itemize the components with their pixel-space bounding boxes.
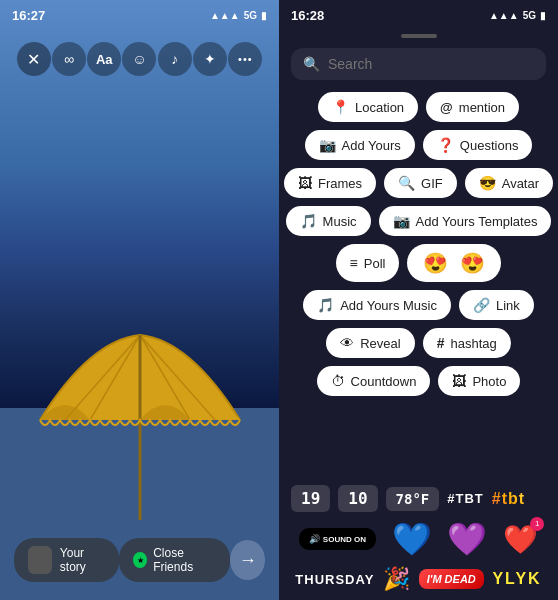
gif-label: GIF (421, 176, 443, 191)
add-yours-sticker[interactable]: 📷 Add Yours (305, 130, 415, 160)
signal-bars-right: ▲▲▲ (489, 10, 519, 21)
location-icon: 📍 (332, 99, 349, 115)
sticker-row-7: 👁 Reveal # hashtag (291, 328, 546, 358)
tbt-colored-sticker[interactable]: #tbt (492, 490, 525, 508)
number-19-sticker[interactable]: 19 (291, 485, 330, 512)
search-bar[interactable]: 🔍 (291, 48, 546, 80)
sparkle-button[interactable]: ✦ (193, 42, 227, 76)
close-friends-button[interactable]: ★ Close Friends (119, 538, 230, 582)
poll-icon: ≡ (350, 255, 358, 271)
questions-icon: ❓ (437, 137, 454, 153)
frames-label: Frames (318, 176, 362, 191)
story-label: Your story (60, 546, 106, 574)
emoji-slider-sticker[interactable]: 😍 😍 (407, 244, 501, 282)
sound-on-sticker[interactable]: 🔊 SOUND ON (299, 528, 376, 550)
sticker-row-3: 🖼 Frames 🔍 GIF 😎 Avatar (291, 168, 546, 198)
music-sticker[interactable]: 🎵 Music (286, 206, 371, 236)
blue-heart-sticker[interactable]: 💙 (392, 520, 432, 558)
mention-sticker[interactable]: @ mention (426, 92, 519, 122)
photo-sticker[interactable]: 🖼 Photo (438, 366, 520, 396)
link-sticker[interactable]: 🔗 Link (459, 290, 534, 320)
questions-label: Questions (460, 138, 519, 153)
purple-heart-sticker[interactable]: 💜 (447, 520, 487, 558)
sound-icon: 🔊 (309, 534, 320, 544)
signal-icons-right: ▲▲▲ 5G ▮ (489, 10, 546, 21)
umbrella-image (0, 300, 279, 520)
your-story-button[interactable]: Your story (14, 538, 119, 582)
frames-sticker[interactable]: 🖼 Frames (284, 168, 376, 198)
number-10-sticker[interactable]: 10 (338, 485, 377, 512)
sticker-row-4: 🎵 Music 📷 Add Yours Templates (291, 206, 546, 236)
location-sticker[interactable]: 📍 Location (318, 92, 418, 122)
infinity-button[interactable]: ∞ (52, 42, 86, 76)
more-button[interactable]: ••• (228, 42, 262, 76)
close-button[interactable]: ✕ (17, 42, 51, 76)
questions-sticker[interactable]: ❓ Questions (423, 130, 533, 160)
heart-notification-sticker[interactable]: ❤️ 1 (503, 523, 538, 556)
photo-icon: 🖼 (452, 373, 466, 389)
reveal-sticker[interactable]: 👁 Reveal (326, 328, 414, 358)
text-sticker-row-2: THURSDAY 🎉 I'M DEAD YLYK (291, 566, 546, 596)
signal-icons-left: ▲▲▲ 5G ▮ (210, 10, 267, 21)
drag-handle (401, 34, 437, 38)
link-icon: 🔗 (473, 297, 490, 313)
music-label: Music (323, 214, 357, 229)
hashtag-sticker[interactable]: # hashtag (423, 328, 511, 358)
music-note-icon: 🎵 (300, 213, 317, 229)
bottom-bar: Your story ★ Close Friends → (0, 520, 279, 600)
location-label: Location (355, 100, 404, 115)
search-input[interactable] (328, 56, 534, 72)
add-yours-music-icon: 🎵 (317, 297, 334, 313)
text-button[interactable]: Aa (87, 42, 121, 76)
gif-sticker[interactable]: 🔍 GIF (384, 168, 457, 198)
add-yours-music-label: Add Yours Music (340, 298, 437, 313)
signal-bars-left: ▲▲▲ (210, 10, 240, 21)
tbt-sticker[interactable]: #TBT (447, 491, 484, 506)
emoji-1: 😍 (423, 251, 448, 275)
send-arrow-icon: → (239, 550, 257, 571)
link-label: Link (496, 298, 520, 313)
reveal-label: Reveal (360, 336, 400, 351)
add-yours-music-sticker[interactable]: 🎵 Add Yours Music (303, 290, 451, 320)
bottom-sticker-area: 19 10 78°F #TBT #tbt 🔊 SOUND ON 💙 💜 ❤️ 1… (279, 477, 558, 600)
add-yours-templates-label: Add Yours Templates (416, 214, 538, 229)
hashtag-icon: # (437, 335, 445, 351)
sticker-row-8: ⏱ Countdown 🖼 Photo (291, 366, 546, 396)
emoji-button[interactable]: ☺ (122, 42, 156, 76)
countdown-icon: ⏱ (331, 373, 345, 389)
battery-left: ▮ (261, 10, 267, 21)
ylyk-sticker[interactable]: YLYK (492, 570, 541, 588)
poll-sticker[interactable]: ≡ Poll (336, 244, 400, 282)
status-bar-left: 16:27 ▲▲▲ 5G ▮ (0, 0, 279, 30)
friends-icon: ★ (133, 552, 147, 568)
mention-label: mention (459, 100, 505, 115)
search-icon: 🔍 (303, 56, 320, 72)
add-yours-templates-sticker[interactable]: 📷 Add Yours Templates (379, 206, 552, 236)
emoji-2: 😍 (460, 251, 485, 275)
avatar-sticker[interactable]: 😎 Avatar (465, 168, 553, 198)
send-button[interactable]: → (230, 540, 265, 580)
story-thumbnail (28, 546, 52, 574)
thursday-sticker[interactable]: THURSDAY (295, 572, 374, 587)
sticker-row-5: ≡ Poll 😍 😍 (291, 244, 546, 282)
music-button[interactable]: ♪ (158, 42, 192, 76)
friends-label: Close Friends (153, 546, 216, 574)
photo-label: Photo (472, 374, 506, 389)
add-yours-icon: 📷 (319, 137, 336, 153)
time-left: 16:27 (12, 8, 45, 23)
sticker-grid: 📍 Location @ mention 📷 Add Yours ❓ Quest… (279, 86, 558, 477)
avatar-icon: 😎 (479, 175, 496, 191)
temperature-sticker[interactable]: 78°F (386, 487, 440, 511)
im-dead-sticker[interactable]: I'M DEAD (419, 569, 484, 589)
network-left: 5G (244, 10, 257, 21)
reveal-icon: 👁 (340, 335, 354, 351)
countdown-sticker[interactable]: ⏱ Countdown (317, 366, 431, 396)
time-right: 16:28 (291, 8, 324, 23)
status-bar-right: 16:28 ▲▲▲ 5G ▮ (279, 0, 558, 30)
battery-right: ▮ (540, 10, 546, 21)
avatar-label: Avatar (502, 176, 539, 191)
mention-icon: @ (440, 100, 453, 115)
party-sticker[interactable]: 🎉 (383, 566, 410, 592)
left-panel: 16:27 ▲▲▲ 5G ▮ ✕ ∞ Aa ☺ ♪ ✦ ••• (0, 0, 279, 600)
countdown-label: Countdown (351, 374, 417, 389)
